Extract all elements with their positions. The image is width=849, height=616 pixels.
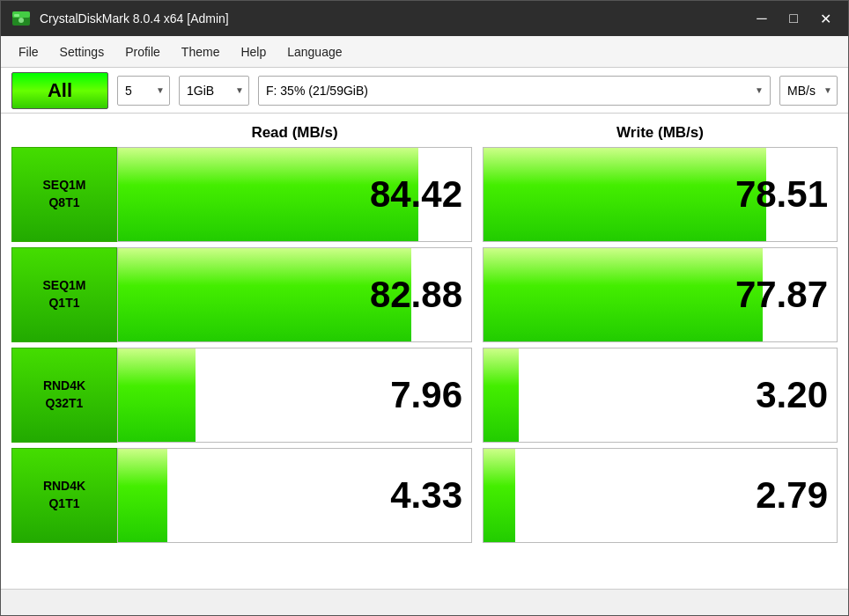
titlebar: CrystalDiskMark 8.0.4 x64 [Admin] ─ □ ✕ (1, 1, 848, 36)
bench-read-rnd4k-q1t1: 4.33 (117, 448, 472, 543)
bench-label-seq1m-q8t1: SEQ1M Q8T1 (11, 147, 117, 242)
bench-write-value-seq1m-q8t1: 78.51 (484, 176, 837, 213)
bench-write-rnd4k-q32t1: 3.20 (483, 348, 838, 443)
maximize-button[interactable]: □ (781, 6, 806, 31)
bench-label-rnd4k-q32t1: RND4K Q32T1 (11, 348, 117, 443)
bench-row-seq1m-q1t1: SEQ1M Q1T1 82.88 77.87 (11, 247, 838, 342)
menu-settings[interactable]: Settings (49, 41, 115, 62)
bench-read-value-rnd4k-q32t1: 7.96 (118, 377, 471, 414)
bench-label-line2: Q1T1 (48, 495, 79, 513)
bench-read-value-rnd4k-q1t1: 4.33 (118, 477, 471, 514)
bench-label-line1: RND4K (43, 378, 85, 395)
app-icon (11, 9, 31, 28)
status-bar (1, 589, 848, 615)
write-header: Write (MB/s) (483, 121, 838, 145)
menu-file[interactable]: File (8, 41, 49, 62)
main-content: Read (MB/s) Write (MB/s) SEQ1M Q8T1 84.4… (1, 114, 848, 589)
minimize-button[interactable]: ─ (749, 6, 774, 31)
size-select-wrapper: 512MiB 1GiB 2GiB 4GiB 8GiB 16GiB 32GiB 6… (179, 76, 249, 106)
menu-help[interactable]: Help (230, 41, 277, 62)
drive-select[interactable]: C: 55% (120/220GiB) F: 35% (21/59GiB) (258, 76, 771, 106)
bench-read-seq1m-q1t1: 82.88 (117, 247, 472, 342)
bench-write-value-seq1m-q1t1: 77.87 (484, 276, 837, 313)
bench-label-rnd4k-q1t1: RND4K Q1T1 (11, 448, 117, 543)
bench-spacer-3 (472, 348, 483, 443)
menu-language[interactable]: Language (277, 41, 352, 62)
size-select[interactable]: 512MiB 1GiB 2GiB 4GiB 8GiB 16GiB 32GiB 6… (179, 76, 249, 106)
drive-select-wrapper: C: 55% (120/220GiB) F: 35% (21/59GiB) (258, 76, 771, 106)
bench-label-line1: RND4K (43, 478, 85, 495)
all-button[interactable]: All (11, 72, 108, 109)
bench-read-rnd4k-q32t1: 7.96 (117, 348, 472, 443)
header-spacer (472, 121, 483, 145)
menubar: File Settings Profile Theme Help Languag… (1, 36, 848, 68)
bench-row-rnd4k-q32t1: RND4K Q32T1 7.96 3.20 (11, 348, 838, 443)
unit-select-wrapper: MB/s GB/s IOPS μs (779, 76, 838, 106)
runs-select[interactable]: 1 3 5 10 All (117, 76, 170, 106)
menu-theme[interactable]: Theme (171, 41, 231, 62)
benchmark-rows: SEQ1M Q8T1 84.42 78.51 SEQ1M Q1T1 (11, 147, 838, 582)
bench-write-seq1m-q1t1: 77.87 (483, 247, 838, 342)
bench-read-seq1m-q8t1: 84.42 (117, 147, 472, 242)
bench-write-value-rnd4k-q32t1: 3.20 (484, 377, 837, 414)
bench-row-seq1m-q8t1: SEQ1M Q8T1 84.42 78.51 (11, 147, 838, 242)
bench-label-line2: Q32T1 (46, 395, 84, 413)
bench-row-rnd4k-q1t1: RND4K Q1T1 4.33 2.79 (11, 448, 838, 543)
toolbar: All 1 3 5 10 All 512MiB 1GiB 2GiB 4GiB 8… (1, 68, 848, 114)
app-window: CrystalDiskMark 8.0.4 x64 [Admin] ─ □ ✕ … (0, 0, 849, 616)
bench-spacer-1 (472, 147, 483, 242)
bench-spacer-4 (472, 448, 483, 543)
bench-write-seq1m-q8t1: 78.51 (483, 147, 838, 242)
svg-point-2 (18, 18, 24, 23)
menu-profile[interactable]: Profile (114, 41, 171, 62)
bench-label-seq1m-q1t1: SEQ1M Q1T1 (11, 247, 117, 342)
unit-select[interactable]: MB/s GB/s IOPS μs (779, 76, 838, 106)
runs-select-wrapper: 1 3 5 10 All (117, 76, 170, 106)
window-controls: ─ □ ✕ (749, 6, 838, 31)
label-col-header (11, 121, 117, 145)
bench-write-rnd4k-q1t1: 2.79 (483, 448, 838, 543)
svg-rect-3 (14, 14, 19, 17)
window-title: CrystalDiskMark 8.0.4 x64 [Admin] (40, 11, 749, 26)
bench-label-line1: SEQ1M (42, 277, 85, 295)
close-button[interactable]: ✕ (813, 6, 838, 31)
read-header: Read (MB/s) (117, 121, 472, 145)
bench-write-value-rnd4k-q1t1: 2.79 (484, 477, 837, 514)
bench-label-line2: Q1T1 (48, 295, 79, 312)
bench-read-value-seq1m-q8t1: 84.42 (118, 176, 471, 213)
bench-label-line1: SEQ1M (42, 177, 85, 194)
bench-read-value-seq1m-q1t1: 82.88 (118, 276, 471, 313)
bench-label-line2: Q8T1 (48, 194, 79, 212)
bench-spacer-2 (472, 247, 483, 342)
column-headers: Read (MB/s) Write (MB/s) (11, 121, 838, 145)
